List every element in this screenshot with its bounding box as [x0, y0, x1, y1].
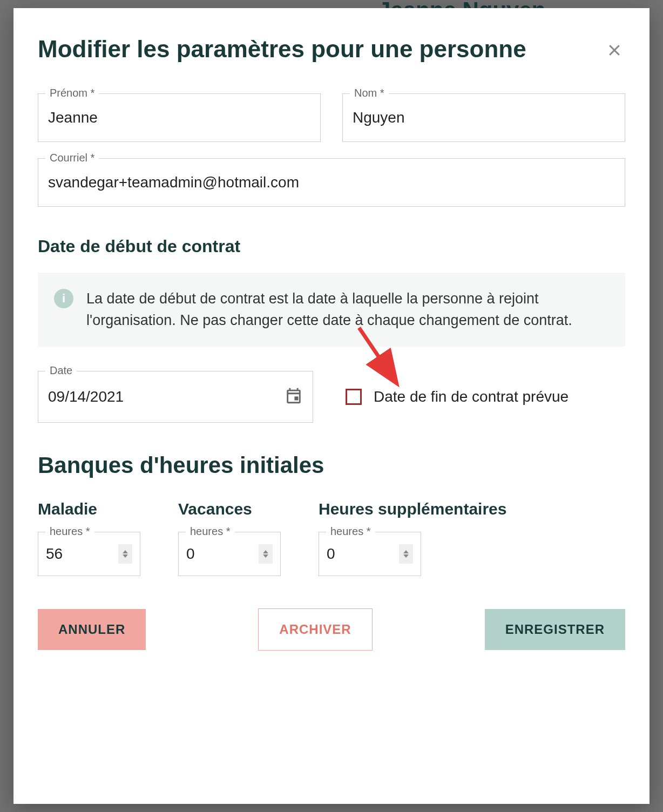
chevron-up-icon — [263, 550, 268, 553]
bank-vacation-field: heures * — [178, 532, 281, 576]
hour-banks: Maladie heures * Vacances heures * — [38, 500, 625, 576]
calendar-icon[interactable] — [285, 387, 303, 407]
firstname-input[interactable] — [38, 93, 321, 142]
lastname-label: Nom * — [350, 87, 389, 99]
bank-overtime-label: Heures supplémentaires — [319, 500, 506, 518]
cancel-button[interactable]: ANNULER — [38, 609, 146, 650]
chevron-down-icon — [403, 554, 409, 558]
contract-info-text: La date de début de contrat est la date … — [86, 288, 609, 331]
chevron-up-icon — [123, 550, 128, 553]
svg-rect-2 — [294, 396, 298, 400]
info-icon: i — [54, 289, 73, 308]
bank-overtime-field: heures * — [319, 532, 421, 576]
chevron-down-icon — [123, 554, 128, 558]
modal-actions: ANNULER ARCHIVER ENREGISTRER — [38, 608, 625, 651]
bank-sick-input-wrap — [38, 532, 140, 576]
date-value: 09/14/2021 — [48, 388, 124, 405]
bank-overtime-stepper[interactable] — [399, 544, 413, 564]
end-date-checkbox-wrap: Date de fin de contrat prévue — [346, 388, 569, 405]
email-field: Courriel * — [38, 158, 625, 207]
close-button[interactable] — [604, 39, 625, 63]
bank-sick-label: Maladie — [38, 500, 140, 518]
bank-overtime-input-wrap — [319, 532, 421, 576]
bank-sick: Maladie heures * — [38, 500, 140, 576]
save-button[interactable]: ENREGISTRER — [485, 609, 625, 650]
bank-overtime-hours-label: heures * — [326, 525, 375, 538]
lastname-field: Nom * — [342, 93, 625, 142]
bank-vacation-input-wrap — [178, 532, 281, 576]
firstname-field: Prénom * — [38, 93, 321, 142]
email-label: Courriel * — [45, 152, 99, 164]
bank-sick-hours-label: heures * — [45, 525, 94, 538]
chevron-down-icon — [263, 554, 268, 558]
banks-section-title: Banques d'heures initiales — [38, 452, 625, 478]
bank-vacation: Vacances heures * — [178, 500, 281, 576]
lastname-input[interactable] — [342, 93, 625, 142]
firstname-label: Prénom * — [45, 87, 99, 99]
close-icon — [606, 52, 623, 60]
bank-sick-field: heures * — [38, 532, 140, 576]
name-row: Prénom * Nom * — [38, 93, 625, 142]
modal-title: Modifier les paramètres pour une personn… — [38, 35, 526, 64]
bank-overtime-input[interactable] — [327, 545, 381, 563]
end-date-checkbox-label: Date de fin de contrat prévue — [374, 388, 569, 405]
bank-sick-input[interactable] — [46, 545, 100, 563]
archive-button[interactable]: ARCHIVER — [258, 608, 372, 651]
email-input[interactable] — [38, 158, 625, 207]
date-label: Date — [45, 364, 77, 377]
date-field: Date 09/14/2021 — [38, 371, 313, 423]
bank-vacation-input[interactable] — [186, 545, 240, 563]
edit-person-modal: Modifier les paramètres pour une personn… — [13, 8, 650, 804]
chevron-up-icon — [403, 550, 409, 553]
bank-vacation-hours-label: heures * — [186, 525, 235, 538]
email-row: Courriel * — [38, 158, 625, 207]
bank-vacation-stepper[interactable] — [259, 544, 273, 564]
end-date-checkbox[interactable] — [346, 389, 362, 405]
bank-vacation-label: Vacances — [178, 500, 281, 518]
bank-overtime: Heures supplémentaires heures * — [319, 500, 506, 576]
date-input[interactable]: 09/14/2021 — [38, 371, 313, 423]
contract-info-box: i La date de début de contrat est la dat… — [38, 273, 625, 347]
bank-sick-stepper[interactable] — [118, 544, 132, 564]
contract-section-title: Date de début de contrat — [38, 236, 625, 256]
modal-header: Modifier les paramètres pour une personn… — [38, 35, 625, 64]
date-row: Date 09/14/2021 — [38, 371, 625, 423]
